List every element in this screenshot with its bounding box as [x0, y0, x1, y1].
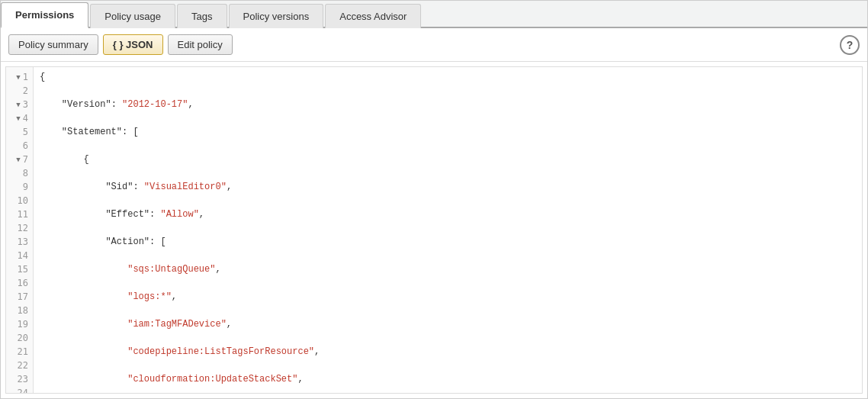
line-num-7[interactable]: ▼7 — [6, 153, 33, 166]
code-area: ▼12▼3▼456▼789101112131415161718192021222… — [5, 66, 863, 394]
line-num-18: 18 — [6, 304, 33, 317]
line-num-2: 2 — [6, 84, 33, 98]
line-num-13: 13 — [6, 235, 33, 249]
tab-bar: Permissions Policy usage Tags Policy ver… — [1, 1, 867, 28]
main-container: Permissions Policy usage Tags Policy ver… — [0, 0, 868, 399]
code-line-1: { — [40, 70, 856, 84]
toolbar: Policy summary { } JSON Edit policy ? — [1, 28, 867, 62]
line-num-20: 20 — [6, 331, 33, 345]
line-num-24: 24 — [6, 386, 33, 393]
edit-policy-button[interactable]: Edit policy — [168, 34, 233, 55]
tab-policy-versions[interactable]: Policy versions — [229, 4, 324, 28]
tab-tags[interactable]: Tags — [177, 4, 227, 28]
code-line-8: "sqs:UntagQueue", — [40, 262, 856, 276]
tab-access-advisor[interactable]: Access Advisor — [325, 4, 421, 28]
line-num-9: 9 — [6, 180, 33, 194]
line-num-6: 6 — [6, 139, 33, 153]
line-num-11: 11 — [6, 208, 33, 221]
tab-permissions[interactable]: Permissions — [1, 2, 88, 28]
code-line-7: "Action": [ — [40, 235, 856, 249]
line-num-19: 19 — [6, 317, 33, 331]
code-line-6: "Effect": "Allow", — [40, 208, 856, 221]
line-num-17: 17 — [6, 290, 33, 304]
line-num-1[interactable]: ▼1 — [6, 70, 33, 84]
line-num-8: 8 — [6, 166, 33, 180]
line-num-4[interactable]: ▼4 — [6, 111, 33, 125]
code-content[interactable]: { "Version": "2012-10-17", "Statement": … — [34, 67, 862, 393]
line-num-3[interactable]: ▼3 — [6, 98, 33, 111]
line-num-22: 22 — [6, 359, 33, 372]
tab-policy-usage[interactable]: Policy usage — [90, 4, 175, 28]
code-line-4: { — [40, 153, 856, 166]
line-num-15: 15 — [6, 262, 33, 276]
line-num-5: 5 — [6, 125, 33, 139]
json-button[interactable]: { } JSON — [103, 34, 163, 55]
line-num-10: 10 — [6, 194, 33, 208]
line-num-12: 12 — [6, 221, 33, 235]
line-num-21: 21 — [6, 345, 33, 359]
code-line-9: "logs:*", — [40, 290, 856, 304]
policy-summary-button[interactable]: Policy summary — [8, 34, 98, 55]
code-line-12: "cloudformation:UpdateStackSet", — [40, 372, 856, 386]
line-numbers: ▼12▼3▼456▼789101112131415161718192021222… — [6, 67, 34, 393]
code-line-5: "Sid": "VisualEditor0", — [40, 180, 856, 194]
line-num-16: 16 — [6, 276, 33, 290]
code-line-11: "codepipeline:ListTagsForResource", — [40, 345, 856, 359]
code-line-2: "Version": "2012-10-17", — [40, 98, 856, 111]
help-button[interactable]: ? — [840, 35, 860, 55]
code-line-10: "iam:TagMFADevice", — [40, 317, 856, 331]
line-num-14: 14 — [6, 249, 33, 262]
line-num-23: 23 — [6, 372, 33, 386]
code-line-3: "Statement": [ — [40, 125, 856, 139]
